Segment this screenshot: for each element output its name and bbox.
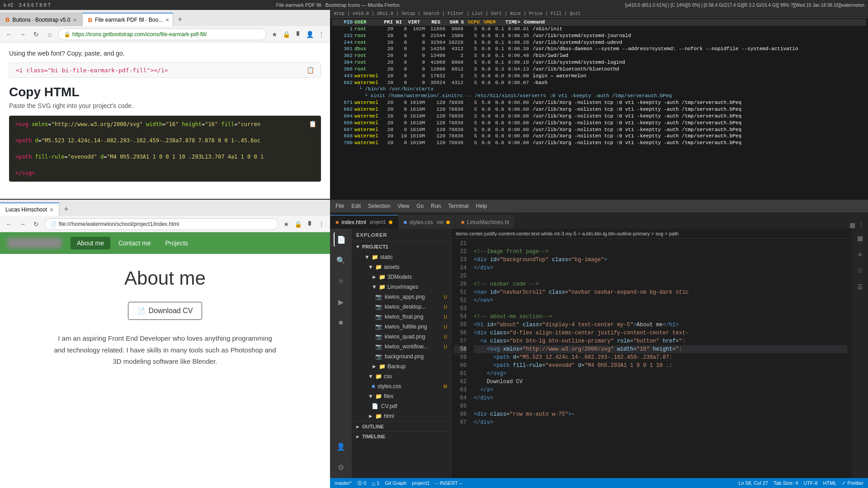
extension-icon-bottom[interactable]: 🠷 (305, 219, 315, 229)
close-project-tab[interactable]: × (50, 206, 53, 213)
warning-count[interactable]: △ 1 (372, 480, 379, 486)
vscode-tab-styles[interactable]: ■ styles.css css (398, 215, 456, 229)
source-control-icon[interactable]: ⚛ (334, 274, 348, 288)
vscode-menu-edit[interactable]: Edit (351, 203, 361, 209)
file-kiwios-quad[interactable]: 📷 kiwios_quad.png U (352, 332, 451, 342)
prettier[interactable]: ✓ Prettier (842, 480, 863, 486)
error-count[interactable]: ⓪ 0 (357, 480, 366, 487)
home-button[interactable]: ⌂ (44, 29, 55, 40)
nav-projects[interactable]: Projects (159, 237, 195, 249)
editor-mode: -- INSERT -- (435, 480, 462, 486)
browser-tab-buttons[interactable]: B Buttons · Bootstrap v5.0 × (0, 13, 83, 26)
using-web-font-text: Using the web font? Copy, paste, and go. (9, 50, 321, 57)
folder-linuximages[interactable]: ▼ 📁 LinuxImages (352, 282, 451, 292)
breadcrumb-icon[interactable]: ≡ (854, 249, 866, 260)
run-debug-icon[interactable]: ▶ (334, 295, 348, 309)
close-tab-2[interactable]: × (165, 16, 169, 23)
download-cv-button[interactable]: 📄 Download CV (128, 302, 203, 320)
chevron-right-icon-3d: ► (372, 274, 377, 280)
timeline-section[interactable]: ► TIMELINE (352, 431, 451, 441)
folder-static[interactable]: ▼ 📁 static (352, 252, 451, 262)
file-kiwios-workflow[interactable]: 📷 kiwios_workflow... U (352, 342, 451, 352)
vscode-menu-run[interactable]: Run (431, 203, 441, 209)
file-background[interactable]: 📷 background.png (352, 352, 451, 361)
file-kiwios-float[interactable]: 📷 kiwios_float.png U (352, 312, 451, 322)
vscode-menu-selection[interactable]: Selection (368, 203, 390, 209)
tab-size[interactable]: Tab Size: 4 (774, 480, 798, 486)
reload-button[interactable]: ↻ (31, 29, 42, 40)
folder-assets[interactable]: ▼ 📁 assets (352, 262, 451, 272)
file-kiwios-fulltile[interactable]: 📷 kiwios_fulltile.png U (352, 322, 451, 332)
forward-button[interactable]: → (17, 29, 28, 40)
project-name[interactable]: project1 (412, 480, 429, 486)
close-tab-1[interactable]: × (73, 16, 76, 23)
vscode-tab-linux[interactable]: ■ LinuxMachines.ht (456, 215, 515, 229)
chevron-down-icon-files: ▼ (368, 393, 373, 399)
new-tab-button[interactable]: + (173, 13, 187, 26)
vscode-menu-view[interactable]: View (397, 203, 409, 209)
bookmark-icon-bottom[interactable]: ★ (281, 219, 291, 229)
browser-tab-project[interactable]: Lucas Himschoot × (0, 202, 59, 216)
settings-gear-icon[interactable]: ⚙ (334, 460, 348, 474)
file-styles-css[interactable]: ■ styles.css M (352, 381, 451, 391)
copy-snippet-icon[interactable]: 📋 (307, 66, 314, 74)
language[interactable]: HTML (823, 480, 837, 486)
encoding[interactable]: UTF-8 (803, 480, 817, 486)
shield-icon-bottom[interactable]: 🔒 (293, 219, 303, 229)
vscode-menu-go[interactable]: Go (416, 203, 424, 209)
folder-icon-files: 📁 (375, 393, 382, 399)
extension-icon[interactable]: 🠷 (293, 29, 303, 39)
file-cv-pdf[interactable]: 📄 CV.pdf (352, 401, 451, 411)
copy-svg-icon[interactable]: 📋 (309, 119, 316, 129)
bookmark-icon[interactable]: ★ (269, 29, 279, 39)
code-editor[interactable]: 21222324 25265152 53545556 5758 59606162… (451, 239, 852, 478)
outline-section[interactable]: ► OUTLINE (352, 421, 451, 431)
profile-icon[interactable]: 👤 (305, 29, 315, 39)
vscode-menu-file[interactable]: File (335, 203, 344, 209)
split-down-icon[interactable]: ☰ (854, 281, 866, 293)
git-branch[interactable]: master* (335, 480, 352, 486)
tab-modified-dot (389, 221, 392, 224)
code-lines: <!--Image front page--> <div id="backgro… (469, 239, 852, 478)
file-kiwios-desktop[interactable]: 📷 kiwios_desktop... U (352, 302, 451, 312)
minimap-icon[interactable]: ▦ (854, 232, 866, 244)
address-bar-top[interactable]: 🔒 https://icons.getbootstrap.com/icons/f… (58, 28, 267, 40)
split-editor-icon[interactable]: ▦ (849, 221, 855, 229)
code-snippet-block: <i class="bi bi-file-earmark-pdf-fill"><… (9, 62, 321, 78)
nav-about-me[interactable]: About me (71, 237, 110, 249)
account-icon[interactable]: 👤 (334, 439, 348, 454)
more-tabs-icon[interactable]: ⋮ (858, 221, 864, 229)
folder-3dmodels[interactable]: ► 📁 3DModels (352, 272, 451, 282)
file-kiwios-apps[interactable]: 📷 kiwios_apps.png U (352, 292, 451, 302)
vscode-tab-index[interactable]: ■ index.html project1 (330, 215, 398, 229)
project-page-title: About me (124, 267, 206, 289)
vscode-menu-help[interactable]: Help (476, 203, 487, 209)
browser-content-top: Using the web font? Copy, paste, and go.… (0, 42, 330, 199)
folder-html[interactable]: ► 📁 html (352, 411, 451, 421)
project-folder-title[interactable]: ▼ PROJECT1 (352, 241, 451, 252)
more-icon-bottom[interactable]: ⋮ (316, 219, 326, 229)
forward-button-bottom[interactable]: → (17, 219, 28, 230)
new-tab-bottom-button[interactable]: + (59, 202, 73, 216)
shield-icon[interactable]: 🔒 (281, 29, 291, 39)
nav-contact-me[interactable]: Contact me (112, 237, 157, 249)
search-sidebar-icon[interactable]: 🔍 (334, 253, 348, 267)
file-icon-img6: 📷 (375, 343, 382, 350)
sticky-scroll-icon[interactable]: ☉ (854, 265, 866, 277)
extensions-icon[interactable]: ■ (334, 315, 348, 330)
explorer-icon[interactable]: 📄 (334, 232, 348, 247)
line-col[interactable]: Ln 58, Col 27 (739, 480, 768, 486)
back-button-bottom[interactable]: ← (4, 219, 14, 230)
back-button[interactable]: ← (4, 29, 14, 40)
address-bar-bottom[interactable]: 📄 file:///home/watermelon/school/project… (44, 218, 278, 230)
git-graph[interactable]: Git Graph (385, 480, 406, 486)
file-icon-img7: 📷 (375, 353, 382, 360)
reload-button-bottom[interactable]: ↻ (31, 219, 42, 230)
folder-backup[interactable]: ► 📁 Backup (352, 361, 451, 371)
more-icon[interactable]: ⋮ (316, 29, 326, 39)
folder-css[interactable]: ▼ 📁 css (352, 371, 451, 381)
chevron-right-icon-html: ► (368, 413, 373, 419)
vscode-menu-terminal[interactable]: Terminal (448, 203, 468, 209)
folder-files[interactable]: ▼ 📁 files (352, 391, 451, 401)
browser-tab-earmark[interactable]: B File earmark PDF fill · Boo... × (83, 13, 173, 26)
